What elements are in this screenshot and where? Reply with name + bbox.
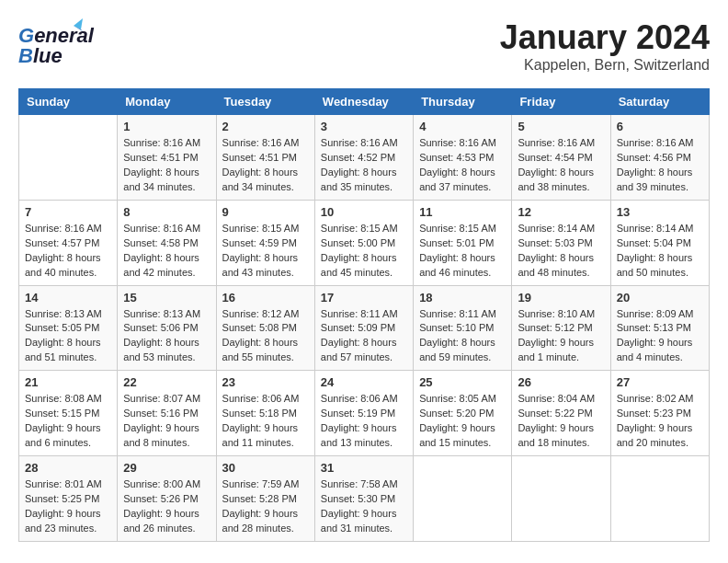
day-cell: 15Sunrise: 8:13 AM Sunset: 5:06 PM Dayli… [118,285,216,371]
day-cell: 23Sunrise: 8:06 AM Sunset: 5:18 PM Dayli… [216,371,314,456]
week-row-5: 28Sunrise: 8:01 AM Sunset: 5:25 PM Dayli… [19,456,710,542]
day-number: 17 [321,291,407,304]
day-cell: 21Sunrise: 8:08 AM Sunset: 5:15 PM Dayli… [19,371,118,456]
weekday-header-wednesday: Wednesday [314,89,413,115]
week-row-2: 7Sunrise: 8:16 AM Sunset: 4:57 PM Daylig… [19,200,710,285]
weekday-header-saturday: Saturday [610,89,709,115]
day-cell: 13Sunrise: 8:14 AM Sunset: 5:04 PM Dayli… [610,200,709,285]
day-number: 15 [123,291,210,304]
weekday-header-monday: Monday [118,89,216,115]
day-cell: 16Sunrise: 8:12 AM Sunset: 5:08 PM Dayli… [216,285,314,371]
day-info: Sunrise: 8:16 AM Sunset: 4:51 PM Dayligh… [123,136,210,195]
title-area: January 2024 Kappelen, Bern, Switzerland [500,18,710,74]
day-cell: 24Sunrise: 8:06 AM Sunset: 5:19 PM Dayli… [314,371,413,456]
day-number: 1 [123,120,210,133]
day-info: Sunrise: 8:16 AM Sunset: 4:51 PM Dayligh… [222,136,309,195]
day-cell: 20Sunrise: 8:09 AM Sunset: 5:13 PM Dayli… [610,285,709,371]
day-info: Sunrise: 8:16 AM Sunset: 4:52 PM Dayligh… [321,136,407,195]
day-number: 28 [25,461,111,475]
day-number: 30 [222,461,309,475]
day-number: 21 [25,375,111,389]
day-info: Sunrise: 8:04 AM Sunset: 5:22 PM Dayligh… [518,392,604,451]
day-cell: 19Sunrise: 8:10 AM Sunset: 5:12 PM Dayli… [512,285,610,371]
location-title: Kappelen, Bern, Switzerland [500,57,710,74]
day-cell: 14Sunrise: 8:13 AM Sunset: 5:05 PM Dayli… [19,285,118,371]
day-number: 12 [518,205,604,219]
week-row-4: 21Sunrise: 8:08 AM Sunset: 5:15 PM Dayli… [19,371,710,456]
day-number: 23 [222,375,309,389]
day-number: 29 [123,461,210,475]
day-number: 27 [617,375,703,389]
day-info: Sunrise: 8:16 AM Sunset: 4:56 PM Dayligh… [617,136,703,195]
day-cell: 29Sunrise: 8:00 AM Sunset: 5:26 PM Dayli… [118,456,216,542]
day-info: Sunrise: 8:07 AM Sunset: 5:16 PM Dayligh… [123,392,210,451]
day-cell: 8Sunrise: 8:16 AM Sunset: 4:58 PM Daylig… [118,200,216,285]
day-number: 8 [123,205,210,219]
day-info: Sunrise: 8:10 AM Sunset: 5:12 PM Dayligh… [518,307,604,366]
day-number: 25 [419,375,506,389]
day-number: 9 [222,205,309,219]
day-cell: 18Sunrise: 8:11 AM Sunset: 5:10 PM Dayli… [414,285,512,371]
day-number: 5 [518,120,604,133]
day-info: Sunrise: 8:13 AM Sunset: 5:05 PM Dayligh… [25,307,111,366]
day-cell: 3Sunrise: 8:16 AM Sunset: 4:52 PM Daylig… [314,115,413,201]
day-cell [414,456,512,542]
day-info: Sunrise: 8:13 AM Sunset: 5:06 PM Dayligh… [123,307,210,366]
logo: General Blue [18,18,83,68]
day-cell: 10Sunrise: 8:15 AM Sunset: 5:00 PM Dayli… [314,200,413,285]
day-cell: 12Sunrise: 8:14 AM Sunset: 5:03 PM Dayli… [512,200,610,285]
day-cell: 17Sunrise: 8:11 AM Sunset: 5:09 PM Dayli… [314,285,413,371]
weekday-header-tuesday: Tuesday [216,89,314,115]
day-info: Sunrise: 8:02 AM Sunset: 5:23 PM Dayligh… [617,392,703,451]
day-number: 14 [25,291,111,304]
day-number: 2 [222,120,309,133]
day-cell: 25Sunrise: 8:05 AM Sunset: 5:20 PM Dayli… [414,371,512,456]
day-cell: 31Sunrise: 7:58 AM Sunset: 5:30 PM Dayli… [314,456,413,542]
day-info: Sunrise: 8:15 AM Sunset: 5:01 PM Dayligh… [419,222,506,281]
day-info: Sunrise: 8:15 AM Sunset: 4:59 PM Dayligh… [222,222,309,281]
day-number: 10 [321,205,407,219]
day-cell: 22Sunrise: 8:07 AM Sunset: 5:16 PM Dayli… [118,371,216,456]
day-info: Sunrise: 7:58 AM Sunset: 5:30 PM Dayligh… [321,477,407,536]
week-row-3: 14Sunrise: 8:13 AM Sunset: 5:05 PM Dayli… [19,285,710,371]
day-cell: 9Sunrise: 8:15 AM Sunset: 4:59 PM Daylig… [216,200,314,285]
weekday-row: SundayMondayTuesdayWednesdayThursdayFrid… [19,89,710,115]
day-number: 19 [518,291,604,304]
day-cell [512,456,610,542]
month-title: January 2024 [500,18,710,57]
day-info: Sunrise: 8:16 AM Sunset: 4:58 PM Dayligh… [123,222,210,281]
day-info: Sunrise: 8:01 AM Sunset: 5:25 PM Dayligh… [25,477,111,536]
weekday-header-friday: Friday [512,89,610,115]
day-number: 3 [321,120,407,133]
day-number: 18 [419,291,506,304]
day-number: 4 [419,120,506,133]
day-info: Sunrise: 8:06 AM Sunset: 5:19 PM Dayligh… [321,392,407,451]
day-info: Sunrise: 7:59 AM Sunset: 5:28 PM Dayligh… [222,477,309,536]
day-cell: 1Sunrise: 8:16 AM Sunset: 4:51 PM Daylig… [118,115,216,201]
day-info: Sunrise: 8:15 AM Sunset: 5:00 PM Dayligh… [321,222,407,281]
day-cell: 4Sunrise: 8:16 AM Sunset: 4:53 PM Daylig… [414,115,512,201]
day-cell [19,115,118,201]
day-number: 7 [25,205,111,219]
weekday-header-sunday: Sunday [19,89,118,115]
day-info: Sunrise: 8:00 AM Sunset: 5:26 PM Dayligh… [123,477,210,536]
day-info: Sunrise: 8:16 AM Sunset: 4:53 PM Dayligh… [419,136,506,195]
weekday-header-thursday: Thursday [414,89,512,115]
day-number: 13 [617,205,703,219]
day-cell: 2Sunrise: 8:16 AM Sunset: 4:51 PM Daylig… [216,115,314,201]
day-number: 22 [123,375,210,389]
day-cell: 26Sunrise: 8:04 AM Sunset: 5:22 PM Dayli… [512,371,610,456]
day-cell: 5Sunrise: 8:16 AM Sunset: 4:54 PM Daylig… [512,115,610,201]
day-cell: 7Sunrise: 8:16 AM Sunset: 4:57 PM Daylig… [19,200,118,285]
day-number: 26 [518,375,604,389]
calendar-table: SundayMondayTuesdayWednesdayThursdayFrid… [18,88,710,542]
day-info: Sunrise: 8:12 AM Sunset: 5:08 PM Dayligh… [222,307,309,366]
day-cell: 6Sunrise: 8:16 AM Sunset: 4:56 PM Daylig… [610,115,709,201]
day-number: 16 [222,291,309,304]
day-info: Sunrise: 8:14 AM Sunset: 5:04 PM Dayligh… [617,222,703,281]
day-info: Sunrise: 8:14 AM Sunset: 5:03 PM Dayligh… [518,222,604,281]
day-cell: 27Sunrise: 8:02 AM Sunset: 5:23 PM Dayli… [610,371,709,456]
day-cell: 11Sunrise: 8:15 AM Sunset: 5:01 PM Dayli… [414,200,512,285]
day-number: 24 [321,375,407,389]
day-number: 6 [617,120,703,133]
